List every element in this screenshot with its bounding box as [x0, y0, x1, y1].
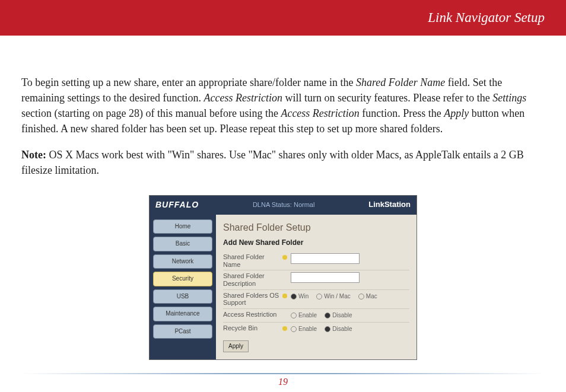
- sidebar-nav: Home Basic Network Security USB Maintena…: [150, 215, 216, 360]
- radio-winmac[interactable]: Win / Mac: [316, 292, 350, 301]
- shared-folder-name-input[interactable]: [291, 253, 360, 264]
- label-shared-folder-name: Shared Folder Name: [223, 253, 282, 268]
- nav-pcast[interactable]: PCast: [153, 324, 212, 339]
- label-recycle-bin: Recycle Bin: [223, 324, 282, 332]
- radio-win[interactable]: Win: [291, 292, 309, 301]
- app-header: BUFFALO DLNA Status: Normal LinkStation: [150, 196, 416, 215]
- radio-ar-disable[interactable]: Disable: [325, 311, 352, 320]
- footer-divider: [21, 373, 545, 374]
- required-dot-icon: [282, 255, 287, 260]
- page-header-banner: Link Navigator Setup: [0, 0, 566, 36]
- main-panel: Shared Folder Setup Add New Shared Folde…: [216, 215, 416, 360]
- paragraph-note: Note: OS X Macs work best with "Win" sha…: [21, 147, 545, 178]
- body-text: To begin setting up a new share, enter a…: [0, 36, 566, 360]
- nav-network[interactable]: Network: [153, 254, 212, 269]
- panel-subtitle: Add New Shared Folder: [223, 238, 409, 248]
- nav-maintenance[interactable]: Maintenance: [153, 307, 212, 321]
- page-title: Link Navigator Setup: [428, 10, 545, 26]
- brand-logo: BUFFALO: [155, 199, 199, 211]
- required-dot-icon: [282, 294, 287, 298]
- label-access-restriction: Access Restriction: [223, 311, 282, 318]
- page-number: 19: [0, 377, 566, 387]
- radio-rb-disable[interactable]: Disable: [325, 325, 352, 334]
- radio-mac[interactable]: Mac: [358, 292, 377, 301]
- nav-usb[interactable]: USB: [153, 289, 212, 304]
- product-name: LinkStation: [368, 199, 411, 211]
- required-dot-icon: [282, 326, 287, 331]
- shared-folder-desc-input[interactable]: [291, 272, 360, 283]
- panel-title: Shared Folder Setup: [223, 221, 409, 234]
- nav-security[interactable]: Security: [153, 272, 212, 286]
- label-os-support: Shared Folders OS Support: [223, 292, 282, 307]
- label-shared-folder-desc: Shared Folder Description: [223, 272, 282, 287]
- dlna-status: DLNA Status: Normal: [253, 200, 315, 210]
- note-label: Note:: [21, 149, 46, 161]
- paragraph-1: To begin setting up a new share, enter a…: [21, 75, 545, 136]
- apply-button[interactable]: Apply: [223, 340, 249, 353]
- radio-ar-enable[interactable]: Enable: [291, 311, 317, 320]
- nav-basic[interactable]: Basic: [153, 237, 212, 251]
- radio-rb-enable[interactable]: Enable: [291, 325, 317, 334]
- embedded-screenshot: BUFFALO DLNA Status: Normal LinkStation …: [21, 195, 545, 361]
- nav-home[interactable]: Home: [153, 219, 212, 234]
